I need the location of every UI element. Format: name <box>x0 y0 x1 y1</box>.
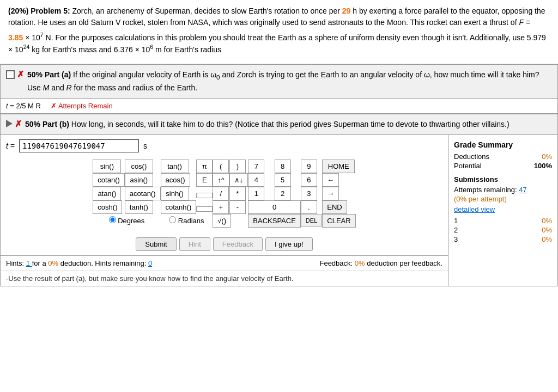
cosh-btn[interactable]: cosh() <box>93 200 122 214</box>
pi-btn[interactable]: π <box>196 160 213 173</box>
cos-btn[interactable]: cos() <box>125 160 153 173</box>
home-btn[interactable]: HOME <box>322 160 355 173</box>
attempts-value[interactable]: 47 <box>519 186 526 194</box>
hints-label: Hints: <box>6 259 24 267</box>
cotanh-btn[interactable]: cotanh() <box>161 200 197 214</box>
9-btn[interactable]: 9 <box>301 160 317 173</box>
down-btn[interactable]: ∧↓ <box>229 173 248 187</box>
checkbox-icon <box>6 70 15 79</box>
tan-btn[interactable]: tan() <box>161 160 189 173</box>
part-b-question: How long, in seconds, will it take him t… <box>71 120 510 128</box>
problem-description: (20%) Problem 5: Zorch, an archenemy of … <box>8 5 550 28</box>
8-btn[interactable]: 8 <box>275 160 291 173</box>
f-value: 3.85 <box>8 33 23 42</box>
calc-table: sin() cos() tan() π ( ) 7 8 9 HOME <box>93 160 355 228</box>
sub1-value: 0% <box>542 217 552 225</box>
hints-count[interactable]: 1 <box>26 259 32 267</box>
f-exp-text: × 107 N. For the purposes calculations i… <box>8 33 546 54</box>
open-paren-btn[interactable]: ( <box>213 160 229 173</box>
3-btn[interactable]: 3 <box>301 187 317 200</box>
input-row: t = s <box>1 135 448 157</box>
radians-radio[interactable] <box>169 216 176 223</box>
detail-link[interactable]: detailed view <box>454 205 552 213</box>
calc-row-3: atan() acotan() sinh() / * 1 2 3 → <box>93 187 355 200</box>
back-arrow-btn[interactable]: ← <box>322 173 339 187</box>
acotan-btn[interactable]: acotan() <box>125 187 161 200</box>
divide-btn[interactable]: / <box>213 187 229 200</box>
deductions-row: Deductions 0% <box>454 152 552 161</box>
sin-btn[interactable]: sin() <box>93 160 121 173</box>
submit-button[interactable]: Submit <box>136 237 176 251</box>
sqrt-btn[interactable]: √() <box>213 214 231 228</box>
5-btn[interactable]: 5 <box>275 173 291 187</box>
give-up-button[interactable]: I give up! <box>265 237 313 251</box>
sub3-label: 3 <box>454 235 458 243</box>
potential-row: Potential 100% <box>454 162 552 170</box>
close-paren-btn[interactable]: ) <box>229 160 246 173</box>
main-container: (20%) Problem 5: Zorch, an archenemy of … <box>0 0 558 392</box>
hint-button[interactable]: Hint <box>179 237 210 251</box>
clear-btn[interactable]: CLEAR <box>322 214 355 228</box>
t-label: t = <box>6 142 15 150</box>
sub3-value: 0% <box>542 235 552 243</box>
backspace-btn[interactable]: BACKSPACE <box>248 214 301 228</box>
multiply-btn[interactable]: * <box>229 187 246 200</box>
asin-btn[interactable]: asin() <box>125 173 153 187</box>
part-a-label: 50% Part (a) <box>27 70 71 79</box>
submissions-title: Submissions <box>454 175 552 183</box>
part-b-container: t = s sin() cos() tan() π ( ) <box>1 135 557 286</box>
part-a-header-text: 50% Part (a) If the original angular vel… <box>27 69 552 93</box>
sub-row-1: 1 0% <box>454 217 552 225</box>
deductions-label: Deductions <box>454 152 489 161</box>
tanh-btn[interactable]: tanh() <box>125 200 153 214</box>
zero-btn[interactable]: 0 <box>248 200 301 214</box>
plus-btn[interactable]: + <box>213 200 229 214</box>
hints-deduction-text: for a <box>32 259 48 267</box>
hint-text: -Use the result of part (a), but make su… <box>6 274 293 283</box>
E-btn[interactable]: E <box>196 173 213 187</box>
minus-btn[interactable]: - <box>229 200 246 214</box>
degrees-radio[interactable] <box>109 216 116 223</box>
7-btn[interactable]: 7 <box>248 160 264 173</box>
dot-btn[interactable]: . <box>301 200 317 214</box>
hints-remaining[interactable]: 0 <box>148 259 152 267</box>
calc-row-4: cosh() tanh() cotanh() + - 0 . END <box>93 200 355 214</box>
attempt-text: ✗ Attempts Remain <box>51 102 113 110</box>
empty2 <box>196 206 213 212</box>
1-btn[interactable]: 1 <box>248 187 264 200</box>
4-btn[interactable]: 4 <box>248 173 264 187</box>
2-btn[interactable]: 2 <box>275 187 291 200</box>
part-b-header: ✗ 50% Part (b) How long, in seconds, wil… <box>1 114 557 135</box>
time-highlight: 29 <box>342 7 351 15</box>
sub-row-3: 3 0% <box>454 235 552 243</box>
6-btn[interactable]: 6 <box>301 173 317 187</box>
problem-weight: (20%) <box>8 7 28 15</box>
part-b-header-text: 50% Part (b) How long, in seconds, will … <box>25 119 510 130</box>
feedback-pct: 0% <box>355 259 365 267</box>
hints-section: Hints: 1 for a 0% deduction. Hints remai… <box>6 259 308 267</box>
hint-box: -Use the result of part (a), but make su… <box>1 271 448 286</box>
problem-desc1: Zorch, an archenemy of Superman, decides… <box>72 7 342 15</box>
feedback-button[interactable]: Feedback <box>213 237 263 251</box>
acos-btn[interactable]: acos() <box>161 173 190 187</box>
cotan-btn[interactable]: cotan() <box>93 173 124 187</box>
answer-input[interactable] <box>19 139 139 152</box>
atan-btn[interactable]: atan() <box>93 187 121 200</box>
sub1-label: 1 <box>454 217 458 225</box>
hints-deduction-label: deduction. Hints remaining: <box>60 259 148 267</box>
part-b-section: ✗ 50% Part (b) How long, in seconds, wil… <box>0 114 558 286</box>
up-btn[interactable]: ↑^ <box>213 173 229 187</box>
right-arrow-btn[interactable]: → <box>322 187 339 200</box>
play-icon <box>6 120 13 127</box>
empty1 <box>196 193 213 198</box>
part-a-content: t = 2/5 M R ✗ Attempts Remain <box>1 99 557 113</box>
sinh-btn[interactable]: sinh() <box>161 187 189 200</box>
attempts-row: Attempts remaining: 47 <box>454 186 552 194</box>
calculator: sin() cos() tan() π ( ) 7 8 9 HOME <box>1 157 448 233</box>
end-btn[interactable]: END <box>322 200 347 214</box>
potential-value: 100% <box>534 162 552 170</box>
del-btn[interactable]: DEL <box>301 215 322 226</box>
grade-summary-title: Grade Summary <box>454 140 552 149</box>
part-b-main: t = s sin() cos() tan() π ( ) <box>1 135 448 286</box>
deductions-value: 0% <box>542 152 552 161</box>
